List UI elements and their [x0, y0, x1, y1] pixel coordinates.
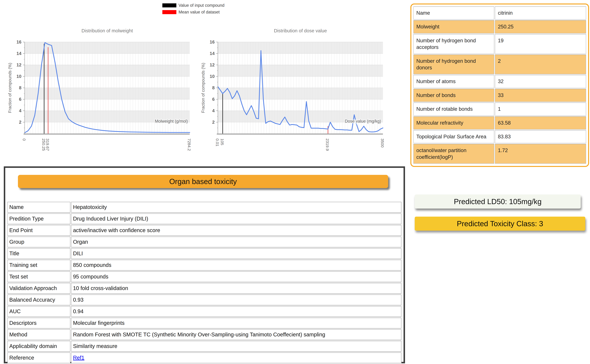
- organ-toxicity-row: GroupOrgan: [7, 237, 401, 247]
- organ-row-value: Hepatotoxicity: [71, 202, 401, 213]
- property-label: Number of atoms: [413, 75, 494, 88]
- organ-row-value: 850 compounds: [71, 260, 401, 271]
- property-value: citrinin: [495, 6, 586, 20]
- organ-row-label: Method: [7, 329, 70, 340]
- organ-row-value: Similarity measure: [71, 341, 401, 352]
- organ-row-value: DILI: [71, 248, 401, 259]
- property-value: 63.58: [495, 116, 586, 130]
- organ-row-label: Predition Type: [7, 213, 70, 224]
- property-value: 19: [495, 34, 586, 54]
- reference-link[interactable]: Ref1: [73, 355, 84, 361]
- organ-row-label: AUC: [7, 306, 70, 317]
- property-label: octanol/water partition coefficient(logP…: [413, 144, 494, 164]
- organ-toxicity-row: AUC0.94: [7, 306, 401, 317]
- property-label: Number of rotable bonds: [413, 103, 494, 116]
- property-label: Number of hydrogen bond donors: [413, 55, 494, 74]
- organ-toxicity-panel: Organ based toxicity NameHepatotoxicityP…: [4, 166, 405, 363]
- organ-row-label: Applicability domain: [7, 341, 70, 352]
- svg-text:8: 8: [212, 85, 215, 90]
- property-value: 33: [495, 89, 586, 102]
- dataset-mean-swatch: [162, 10, 176, 14]
- svg-text:6: 6: [212, 97, 215, 102]
- svg-text:2: 2: [212, 120, 215, 125]
- svg-text:14: 14: [210, 51, 215, 56]
- svg-text:6: 6: [19, 97, 21, 102]
- property-label: Number of bonds: [413, 89, 494, 102]
- property-value: 1: [495, 103, 586, 116]
- organ-toxicity-row: Training set850 compounds: [7, 260, 401, 271]
- property-label: Number of hydrogen bond acceptors: [413, 34, 494, 54]
- property-label: Molecular refractivity: [413, 116, 494, 130]
- svg-text:0: 0: [22, 138, 26, 141]
- organ-row-value: 95 compounds: [71, 271, 401, 282]
- organ-toxicity-table: NameHepatotoxicityPredition TypeDrug Ind…: [6, 201, 402, 364]
- organ-toxicity-row: TitleDILI: [7, 248, 401, 259]
- organ-row-label: Name: [7, 202, 70, 213]
- legend-label: Value of input compound: [179, 3, 224, 8]
- organ-toxicity-row: Predition TypeDrug Induced Liver Injury …: [7, 213, 401, 224]
- predicted-ld50-text: Predicted LD50: 105mg/kg: [454, 197, 542, 206]
- svg-text:14: 14: [16, 51, 21, 56]
- svg-text:Distribution of molweight: Distribution of molweight: [82, 28, 133, 33]
- property-row: Topological Polar Surface Area83.83: [413, 130, 586, 143]
- dose-value-distribution-chart: 2468101214160.011052319.93500Distributio…: [198, 25, 391, 162]
- property-row: Namecitrinin: [413, 6, 586, 20]
- property-value: 83.83: [495, 130, 586, 143]
- predicted-ld50-box[interactable]: Predicted LD50: 105mg/kg: [415, 195, 581, 208]
- organ-toxicity-header: Organ based toxicity: [18, 175, 388, 188]
- property-value: 1.72: [495, 144, 586, 164]
- svg-text:10: 10: [210, 74, 215, 79]
- organ-row-label: End Point: [7, 225, 70, 236]
- organ-row-value: 0.93: [71, 294, 401, 305]
- svg-text:Fraction of compounds (%): Fraction of compounds (%): [201, 63, 206, 113]
- property-row: Molweight250.25: [413, 20, 586, 33]
- property-row: Number of rotable bonds1: [413, 103, 586, 116]
- organ-toxicity-row: DescriptorsMolecular fingerprints: [7, 318, 401, 328]
- predicted-toxicity-class-box[interactable]: Predicted Toxicity Class: 3: [415, 217, 585, 231]
- organ-toxicity-row: MethodRandom Forest with SMOTE TC (Synth…: [7, 329, 401, 340]
- organ-toxicity-row: Validation Approach10 fold cross-validat…: [7, 283, 401, 294]
- svg-text:0.01: 0.01: [215, 138, 220, 146]
- predicted-toxicity-class-text: Predicted Toxicity Class: 3: [457, 219, 543, 228]
- organ-toxicity-row: Test set95 compounds: [7, 271, 401, 282]
- organ-row-value: Random Forest with SMOTE TC (Synthetic M…: [71, 329, 401, 340]
- organ-row-label: Title: [7, 248, 70, 259]
- svg-text:4: 4: [212, 108, 215, 113]
- organ-toxicity-row: ReferenceRef1: [7, 352, 401, 363]
- organ-row-value: Organ: [71, 237, 401, 247]
- svg-text:12: 12: [16, 62, 21, 67]
- property-value: 250.25: [495, 20, 586, 33]
- svg-text:16: 16: [16, 39, 21, 45]
- legend-label: Mean value of dataset: [179, 10, 220, 14]
- svg-text:319.67: 319.67: [45, 138, 50, 151]
- svg-text:105: 105: [220, 138, 224, 145]
- svg-text:250.25: 250.25: [41, 138, 46, 151]
- organ-row-label: Descriptors: [7, 318, 70, 328]
- organ-row-value: Drug Induced Liver Injury (DILI): [71, 213, 401, 224]
- organ-toxicity-row: End Pointactive/inactive with confidence…: [7, 225, 401, 236]
- svg-text:12: 12: [210, 62, 215, 67]
- input-compound-swatch: [162, 3, 176, 7]
- toxicity-prediction-results-page: Value of input compoundMean value of dat…: [0, 0, 590, 364]
- organ-row-label: Group: [7, 237, 70, 247]
- organ-row-value: active/inactive with confidence score: [71, 225, 401, 236]
- property-label: Name: [413, 6, 494, 20]
- svg-text:Molweight (g/mol): Molweight (g/mol): [155, 119, 188, 124]
- organ-row-label: Reference: [7, 352, 70, 363]
- svg-text:10: 10: [16, 74, 21, 79]
- svg-text:Dose value (mg/kg): Dose value (mg/kg): [345, 119, 381, 124]
- organ-row-label: Balanced Accuracy: [7, 294, 70, 305]
- legend-item: Value of input compound: [162, 3, 224, 8]
- property-row: Number of hydrogen bond donors2: [413, 55, 586, 74]
- svg-text:4: 4: [19, 108, 22, 113]
- svg-text:16: 16: [210, 39, 215, 45]
- organ-toxicity-body: NameHepatotoxicityPredition TypeDrug Ind…: [7, 202, 401, 364]
- compound-properties-card: NamecitrininMolweight250.25Number of hyd…: [410, 4, 589, 167]
- organ-row-label: Training set: [7, 260, 70, 271]
- organ-row-label: Validation Approach: [7, 283, 70, 294]
- organ-toxicity-row: Applicability domainSimilarity measure: [7, 341, 401, 352]
- svg-text:3500: 3500: [380, 138, 385, 148]
- property-row: Number of hydrogen bond acceptors19: [413, 34, 586, 54]
- svg-text:2: 2: [19, 120, 21, 125]
- svg-text:2319.9: 2319.9: [325, 138, 330, 151]
